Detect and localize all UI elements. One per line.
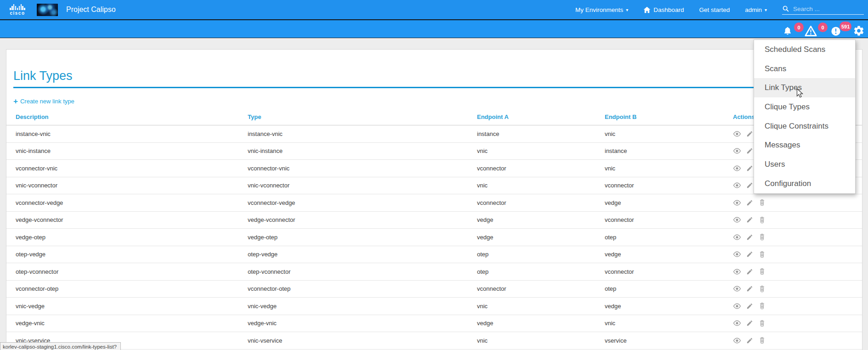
menu-item-clique-types[interactable]: Clique Types — [754, 97, 855, 117]
edit-pencil-icon[interactable] — [745, 181, 754, 190]
delete-trash-icon[interactable] — [758, 267, 766, 276]
delete-trash-icon[interactable] — [758, 198, 766, 207]
cell-actions — [724, 211, 862, 229]
cell-endpoint-a: vnic — [468, 177, 596, 194]
cell-actions — [724, 315, 862, 332]
cell-type: vnic-vedge — [238, 298, 468, 315]
chevron-down-icon: ▾ — [765, 8, 767, 12]
bar-separator — [0, 19, 868, 20]
cell-actions — [724, 280, 862, 298]
cell-type: vconnector-vedge — [238, 194, 468, 212]
cell-type: vconnector-otep — [238, 280, 468, 298]
settings-gear-icon[interactable] — [853, 25, 865, 39]
menu-item-clique-constraints[interactable]: Clique Constraints — [754, 117, 855, 136]
column-header-description[interactable]: Description — [6, 108, 238, 125]
view-eye-icon[interactable] — [733, 130, 741, 138]
view-eye-icon[interactable] — [733, 147, 741, 155]
cell-endpoint-b: otep — [596, 229, 724, 246]
cell-type: vedge-otep — [238, 229, 468, 246]
table-row: otep-vconnector otep-vconnector otep vco… — [6, 263, 862, 281]
cell-type: otep-vedge — [238, 246, 468, 263]
alerts-icon-bar: 0 0 591 — [0, 20, 868, 38]
edit-pencil-icon[interactable] — [745, 130, 754, 138]
status-url-tooltip: korlev-calipso-staging1.cisco.com/link-t… — [0, 342, 121, 350]
view-eye-icon[interactable] — [733, 233, 741, 241]
cell-endpoint-b: vnic — [596, 315, 724, 332]
nav-dashboard-label: Dashboard — [653, 6, 684, 13]
nav-my-environments-label: My Environments — [575, 6, 623, 13]
cell-endpoint-b: otep — [596, 280, 724, 298]
cell-type: vedge-vnic — [238, 315, 468, 332]
menu-item-configuration[interactable]: Configuration — [754, 174, 855, 193]
view-eye-icon[interactable] — [733, 181, 741, 190]
search-input[interactable] — [792, 5, 858, 13]
cell-type: vnic-vservice — [238, 332, 468, 350]
cell-endpoint-a: vedge — [468, 229, 596, 246]
table-row: vedge-vnic vedge-vnic vedge vnic — [6, 315, 862, 332]
warnings-triangle-icon[interactable] — [805, 25, 817, 39]
view-eye-icon[interactable] — [733, 216, 741, 224]
delete-trash-icon[interactable] — [758, 319, 766, 327]
edit-pencil-icon[interactable] — [745, 233, 754, 241]
view-eye-icon[interactable] — [733, 164, 741, 172]
delete-trash-icon[interactable] — [758, 302, 766, 310]
edit-pencil-icon[interactable] — [745, 216, 754, 224]
cell-endpoint-a: instance — [468, 125, 596, 143]
cell-endpoint-a: vconnector — [468, 194, 596, 212]
column-header-endpoint-b[interactable]: Endpoint B — [596, 108, 724, 125]
menu-item-scans[interactable]: Scans — [754, 59, 855, 79]
link-types-card: Link Types + Create new link type Descri… — [6, 49, 862, 350]
delete-trash-icon[interactable] — [758, 233, 766, 241]
cell-description: vconnector-vedge — [6, 194, 238, 212]
menu-item-link-types[interactable]: Link Types — [754, 78, 855, 97]
view-eye-icon[interactable] — [733, 319, 741, 327]
cell-endpoint-b: vservice — [596, 332, 724, 350]
view-eye-icon[interactable] — [733, 267, 741, 276]
column-header-endpoint-a[interactable]: Endpoint A — [468, 108, 596, 125]
view-eye-icon[interactable] — [733, 302, 741, 310]
cell-description: vedge-otep — [6, 229, 238, 246]
page-background: Link Types + Create new link type Descri… — [0, 39, 868, 350]
view-eye-icon[interactable] — [733, 198, 741, 207]
brand-title[interactable]: Project Calipso — [66, 6, 116, 14]
nav-user-admin[interactable]: admin ▾ — [745, 6, 767, 13]
delete-trash-icon[interactable] — [758, 285, 766, 293]
edit-pencil-icon[interactable] — [745, 267, 754, 276]
table-row: vnic-instance vnic-instance vnic instanc… — [6, 142, 862, 160]
nav-my-environments[interactable]: My Environments ▾ — [575, 6, 628, 13]
edit-pencil-icon[interactable] — [745, 302, 754, 310]
cell-endpoint-b: vedge — [596, 194, 724, 212]
cell-type: vconnector-vnic — [238, 160, 468, 177]
edit-pencil-icon[interactable] — [745, 164, 754, 172]
nav-get-started[interactable]: Get started — [699, 6, 730, 13]
menu-item-messages[interactable]: Messages — [754, 135, 855, 155]
delete-trash-icon[interactable] — [758, 336, 766, 344]
delete-trash-icon[interactable] — [758, 216, 766, 224]
cell-actions — [724, 229, 862, 246]
cell-endpoint-a: vnic — [468, 298, 596, 315]
edit-pencil-icon[interactable] — [745, 250, 754, 259]
page-title: Link Types — [13, 69, 73, 83]
edit-pencil-icon[interactable] — [745, 285, 754, 293]
cell-endpoint-a: vedge — [468, 315, 596, 332]
menu-item-scheduled-scans[interactable]: Scheduled Scans — [754, 40, 855, 59]
cell-actions — [724, 194, 862, 212]
menu-item-users[interactable]: Users — [754, 155, 855, 174]
delete-trash-icon[interactable] — [758, 250, 766, 259]
table-row: vedge-otep vedge-otep vedge otep — [6, 229, 862, 246]
edit-pencil-icon[interactable] — [745, 336, 754, 344]
search-box[interactable] — [782, 5, 864, 15]
nav-dashboard[interactable]: Dashboard — [643, 6, 684, 13]
edit-pencil-icon[interactable] — [745, 319, 754, 327]
edit-pencil-icon[interactable] — [745, 147, 754, 155]
cell-endpoint-b: vconnector — [596, 177, 724, 194]
view-eye-icon[interactable] — [733, 285, 741, 293]
view-eye-icon[interactable] — [733, 250, 741, 259]
edit-pencil-icon[interactable] — [745, 198, 754, 207]
view-eye-icon[interactable] — [733, 336, 741, 344]
column-header-type[interactable]: Type — [238, 108, 468, 125]
cell-type: instance-vnic — [238, 125, 468, 143]
cell-description: vedge-vnic — [6, 315, 238, 332]
notifications-bell-icon[interactable] — [783, 26, 793, 38]
create-new-link-type-link[interactable]: + Create new link type — [13, 98, 74, 105]
